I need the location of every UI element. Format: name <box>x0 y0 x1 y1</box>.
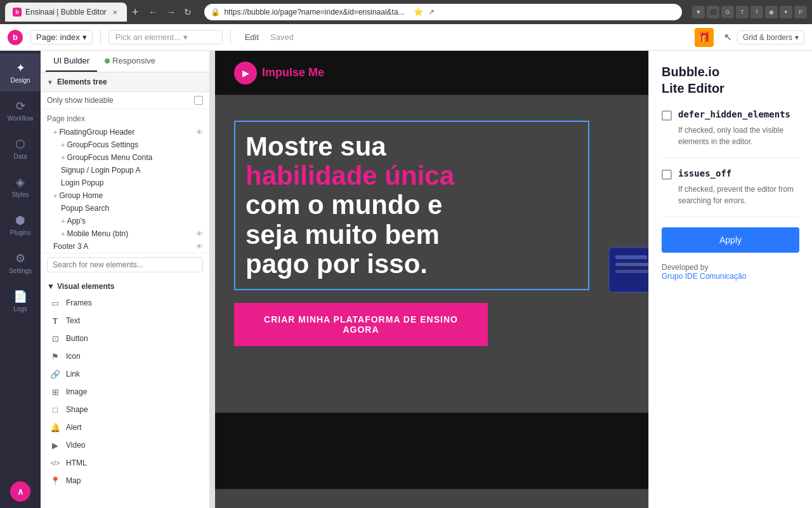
elements-tree-title: Elements tree <box>57 77 107 86</box>
tree-item-floating-header[interactable]: + FloatingGroup Header 👁 <box>41 126 209 138</box>
resize-handle[interactable]: ⋮ <box>210 51 215 508</box>
back-button[interactable]: ← <box>146 6 160 18</box>
grid-borders-button[interactable]: Grid & borders ▾ <box>737 30 804 44</box>
top-toolbar: b Page: index ▾ Pick an element... ▾ Edi… <box>0 24 812 51</box>
tree-item-apps[interactable]: + App's <box>41 215 209 227</box>
tree-item-group-home[interactable]: + Group Home <box>41 189 209 202</box>
responsive-dot <box>105 58 110 64</box>
tree-item-groupfocus-menu[interactable]: + GroupFocus Menu Conta <box>41 151 209 164</box>
tree-item-name-10: Footer 3 A <box>53 242 196 251</box>
tree-item-popup-search[interactable]: Popup Search <box>41 202 209 215</box>
shape-icon: □ <box>49 404 61 415</box>
site-logo-icon: ▶ <box>234 62 257 84</box>
hero-line1: Mostre sua <box>246 131 386 161</box>
element-item-html[interactable]: </> HTML <box>41 454 209 472</box>
grid-borders-label: Grid & borders <box>743 33 792 42</box>
browser-chrome: b Ensinaai | Bubble Editor ✕ + ← → ↻ 🔒 h… <box>0 0 812 24</box>
app-layout: b Page: index ▾ Pick an element... ▾ Edi… <box>0 24 812 508</box>
visual-elements-header[interactable]: ▼ Visual elements <box>41 279 209 294</box>
forward-button[interactable]: → <box>164 6 178 18</box>
tree-item-footer[interactable]: Footer 3 A 👁 <box>41 240 209 253</box>
ext-icon-2: ⬛ <box>707 6 719 18</box>
address-bar[interactable]: 🔒 https://bubble.io/page?name=index&id=e… <box>204 4 682 20</box>
element-item-map[interactable]: 📍 Map <box>41 472 209 490</box>
hero-line3: com o mundo e <box>246 190 442 220</box>
sidebar-item-settings[interactable]: ⚙ Settings <box>0 244 41 282</box>
video-icon: ▶ <box>49 439 61 451</box>
chevron-down-icon: ▾ <box>82 32 87 42</box>
refresh-button[interactable]: ↻ <box>181 6 194 18</box>
visibility-icon[interactable]: 👁 <box>196 128 203 136</box>
active-tab[interactable]: b Ensinaai | Bubble Editor ✕ <box>5 3 127 22</box>
browser-controls: ← → ↻ <box>146 6 194 18</box>
developer-link[interactable]: Grupo IDE Comunicação <box>662 272 746 281</box>
ext-icon-3: G <box>721 6 734 18</box>
element-item-link[interactable]: 🔗 Link <box>41 365 209 383</box>
tree-item-signup-login[interactable]: Signup / Login Popup A <box>41 164 209 177</box>
elements-panel: UI Builder Responsive ▼ Elements tree On… <box>41 51 210 508</box>
tree-item-name-3: GroupFocus Menu Conta <box>67 153 203 162</box>
element-label-icon: Icon <box>66 352 81 361</box>
defer-hidden-desc: If checked, only load the visible elemen… <box>678 124 799 147</box>
hideable-checkbox[interactable] <box>194 96 203 105</box>
element-item-image[interactable]: ⊞ Image <box>41 383 209 401</box>
sidebar-item-logs[interactable]: 📄 Logs <box>0 282 41 320</box>
workflow-icon: ⟳ <box>16 99 25 113</box>
apply-button[interactable]: Apply <box>662 227 799 253</box>
panel-tabs: UI Builder Responsive <box>41 51 209 72</box>
new-tab-button[interactable]: + <box>129 6 141 19</box>
tree-item-mobile-menu[interactable]: + Mobile Menu (btn) 👁 <box>41 227 209 240</box>
tree-item-login-popup[interactable]: Login Popup <box>41 177 209 189</box>
tree-item-name-4: Signup / Login Popup A <box>61 166 203 175</box>
tree-item-name-9: Mobile Menu (btn) <box>67 229 196 238</box>
sidebar-item-plugins[interactable]: ⬢ Plugins <box>0 206 41 244</box>
search-elements-box <box>41 253 209 276</box>
logs-icon: 📄 <box>13 290 27 304</box>
issues-off-checkbox[interactable] <box>662 170 672 180</box>
page-selector[interactable]: Page: index ▾ <box>30 30 93 44</box>
element-item-icon[interactable]: ⚑ Icon <box>41 347 209 365</box>
visibility-icon-2[interactable]: 👁 <box>196 230 203 237</box>
defer-hidden-checkbox[interactable] <box>662 110 672 121</box>
element-label-html: HTML <box>66 458 87 467</box>
element-item-frames[interactable]: ▭ Frames <box>41 294 209 312</box>
element-item-button[interactable]: ⊡ Button <box>41 330 209 347</box>
sidebar-item-label-settings: Settings <box>9 267 32 274</box>
search-elements-input[interactable] <box>47 257 203 272</box>
element-item-text[interactable]: T Text <box>41 312 209 330</box>
sidebar-bottom-logo: ∧ <box>10 481 30 502</box>
link-icon: 🔗 <box>49 368 61 380</box>
ext-icon-1: ▼ <box>692 6 705 18</box>
svg-rect-16 <box>615 270 653 273</box>
hideable-row: Only show hideable <box>41 92 209 109</box>
svg-rect-14 <box>615 255 647 259</box>
chevron-down-icon-pick: ▾ <box>183 32 188 42</box>
element-item-video[interactable]: ▶ Video <box>41 436 209 454</box>
sidebar-item-styles[interactable]: ◈ Styles <box>0 168 41 206</box>
pick-element-selector[interactable]: Pick an element... ▾ <box>108 30 223 44</box>
plus-icon-6: + <box>61 230 65 237</box>
tree-item-groupfocus-settings[interactable]: + GroupFocus Settings <box>41 138 209 151</box>
pick-element-placeholder: Pick an element... <box>115 32 181 42</box>
bottom-logo-icon[interactable]: ∧ <box>10 481 30 502</box>
saved-status: Saved <box>270 32 294 42</box>
collapse-arrow[interactable]: ▼ <box>47 79 53 86</box>
tab-close-button[interactable]: ✕ <box>110 8 119 17</box>
tree-item-name-6: Group Home <box>59 191 203 200</box>
tab-title: Ensinaai | Bubble Editor <box>25 8 107 17</box>
edit-button[interactable]: Edit <box>239 30 265 44</box>
sidebar-item-data[interactable]: ⬡ Data <box>0 130 41 168</box>
element-item-shape[interactable]: □ Shape <box>41 401 209 418</box>
element-item-alert[interactable]: 🔔 Alert <box>41 418 209 436</box>
gift-icon[interactable]: 🎁 <box>695 28 714 47</box>
tab-favicon: b <box>13 8 22 17</box>
visibility-icon-3[interactable]: 👁 <box>196 243 203 250</box>
sidebar-item-design[interactable]: ✦ Design <box>0 53 41 91</box>
tab-ui-builder[interactable]: UI Builder <box>46 51 97 72</box>
tab-responsive[interactable]: Responsive <box>97 51 163 72</box>
sidebar-item-workflow[interactable]: ⟳ Workflow <box>0 91 41 130</box>
element-label-image: Image <box>66 387 87 396</box>
hero-cta-button[interactable]: CRIAR MINHA PLATAFORMA DE ENSINO AGORA <box>234 303 488 346</box>
map-icon: 📍 <box>49 475 61 486</box>
cursor-icon[interactable]: ↖ <box>724 31 732 43</box>
